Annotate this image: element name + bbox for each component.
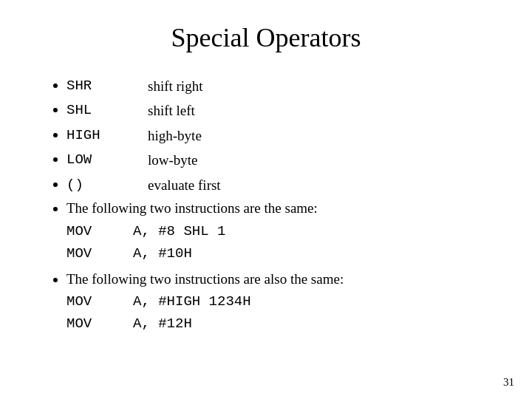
operator-shr: SHR <box>66 75 148 97</box>
same-val-2: A, #10H <box>133 243 192 265</box>
list-item-parens: () evaluate first <box>66 173 488 196</box>
same-line-1: MOV A, #8 SHL 1 <box>66 221 488 242</box>
desc-shl: shift left <box>148 100 195 121</box>
also-mov-2: MOV <box>66 313 133 335</box>
content-area: SHR shift right SHL shift left HIGH high… <box>44 74 488 337</box>
list-item-same: The following two instructions are the s… <box>66 197 488 265</box>
same-line-2: MOV A, #10H <box>66 243 488 265</box>
also-mov-1: MOV <box>66 291 133 313</box>
operator-low: LOW <box>66 149 148 171</box>
slide: Special Operators SHR shift right SHL sh… <box>0 0 532 399</box>
same-val-1: A, #8 SHL 1 <box>133 221 225 242</box>
same-instructions: MOV A, #8 SHL 1 MOV A, #10H <box>66 221 488 265</box>
operator-parens: () <box>66 174 148 196</box>
also-same-line-2: MOV A, #12H <box>66 313 488 335</box>
also-same-text: The following two instructions are also … <box>66 271 344 287</box>
slide-title: Special Operators <box>44 22 488 53</box>
list-item-high: HIGH high-byte <box>66 123 488 146</box>
list-item-shr: SHR shift right <box>66 74 488 97</box>
also-val-2: A, #12H <box>133 313 192 335</box>
desc-shr: shift right <box>148 75 202 97</box>
same-mov-2: MOV <box>66 243 133 265</box>
desc-high: high-byte <box>148 125 202 146</box>
list-item-shl: SHL shift left <box>66 98 488 121</box>
operator-high: HIGH <box>66 125 148 146</box>
same-text: The following two instructions are the s… <box>66 200 318 216</box>
operator-shl: SHL <box>66 100 148 121</box>
list-item-low: LOW low-byte <box>66 148 488 171</box>
same-mov-1: MOV <box>66 221 133 242</box>
desc-parens: evaluate first <box>148 174 221 196</box>
list-item-also-same: The following two instructions are also … <box>66 268 488 335</box>
page-number: 31 <box>503 376 514 389</box>
also-same-line-1: MOV A, #HIGH 1234H <box>66 291 488 313</box>
also-val-1: A, #HIGH 1234H <box>133 291 251 313</box>
also-bullet-list: The following two instructions are also … <box>44 268 488 335</box>
also-same-instructions: MOV A, #HIGH 1234H MOV A, #12H <box>66 291 488 335</box>
desc-low: low-byte <box>148 149 198 171</box>
bullet-list: SHR shift right SHL shift left HIGH high… <box>44 74 488 265</box>
